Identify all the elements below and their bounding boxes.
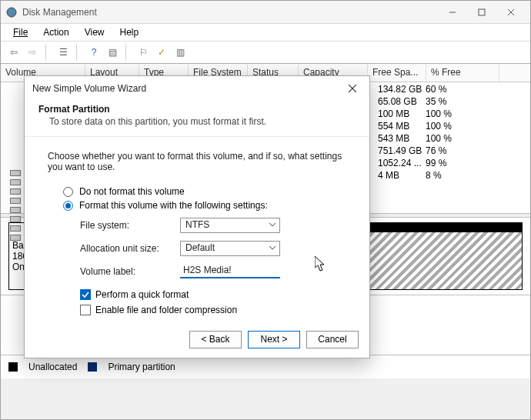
properties-icon[interactable]: ▤ [104, 44, 121, 61]
compression-checkbox[interactable]: Enable file and folder compression [80, 305, 346, 315]
legend-primary-swatch [88, 362, 97, 372]
next-button[interactable]: Next > [248, 331, 300, 348]
filesystem-dropdown[interactable]: NTFS [180, 218, 280, 233]
volumelabel-label: Volume label: [80, 266, 180, 277]
legend-unalloc-swatch [8, 362, 18, 372]
menu-action[interactable]: Action [35, 27, 76, 38]
volume-icons [10, 170, 21, 241]
allocation-dropdown[interactable]: Default [180, 241, 280, 256]
window-title: Disk Management [22, 7, 438, 18]
list-icon[interactable]: ▥ [172, 44, 189, 61]
col-pctfree[interactable]: % Free [426, 64, 499, 82]
svg-rect-2 [479, 9, 485, 15]
radio-icon [63, 187, 73, 197]
toolbar: ⇦ ⇨ ☰ ? ▤ ⚐ ✓ ▥ [1, 41, 530, 64]
radio-format-with-settings[interactable]: Format this volume with the following se… [63, 200, 346, 211]
radio-icon [63, 201, 73, 211]
visible-data-cells: 134.82 GB60 % 65.08 GB35 % 100 MB100 % 5… [378, 84, 456, 182]
show-hide-console-icon[interactable]: ☰ [55, 44, 72, 61]
col-freespace[interactable]: Free Spa... [368, 64, 426, 82]
filesystem-label: File system: [80, 220, 180, 231]
dialog-instruction: Choose whether you want to format this v… [48, 151, 346, 172]
volumelabel-input[interactable]: H2S Media! [180, 265, 280, 278]
dialog-close-button[interactable] [343, 79, 362, 98]
help-icon[interactable]: ? [85, 44, 102, 61]
dialog-subheading: To store data on this partition, you mus… [49, 116, 356, 127]
checkbox-icon [80, 289, 91, 300]
forward-button[interactable]: ⇨ [24, 44, 41, 61]
svg-point-0 [7, 8, 16, 17]
menu-file[interactable]: File [5, 27, 35, 38]
check-icon[interactable]: ✓ [153, 44, 170, 61]
minimize-button[interactable] [438, 2, 467, 22]
menubar: File Action View Help [1, 24, 530, 41]
back-button[interactable]: < Back [189, 331, 242, 348]
disk-icon [5, 6, 18, 18]
chevron-down-icon [269, 221, 276, 228]
back-button[interactable]: ⇦ [5, 44, 22, 61]
radio-do-not-format[interactable]: Do not format this volume [63, 186, 346, 197]
menu-help[interactable]: Help [112, 27, 147, 38]
maximize-button[interactable] [467, 2, 496, 22]
refresh-icon[interactable]: ⚐ [135, 44, 152, 61]
checkbox-icon [80, 305, 91, 315]
close-button[interactable] [496, 2, 526, 22]
menu-view[interactable]: View [77, 27, 112, 38]
cancel-button[interactable]: Cancel [306, 331, 359, 348]
dialog-title: New Simple Volume Wizard [32, 83, 146, 94]
allocation-label: Allocation unit size: [80, 243, 180, 254]
dialog-heading: Format Partition [38, 104, 356, 115]
quick-format-checkbox[interactable]: Perform a quick format [80, 289, 346, 300]
chevron-down-icon [269, 244, 276, 252]
wizard-dialog: New Simple Volume Wizard Format Partitio… [24, 75, 370, 358]
